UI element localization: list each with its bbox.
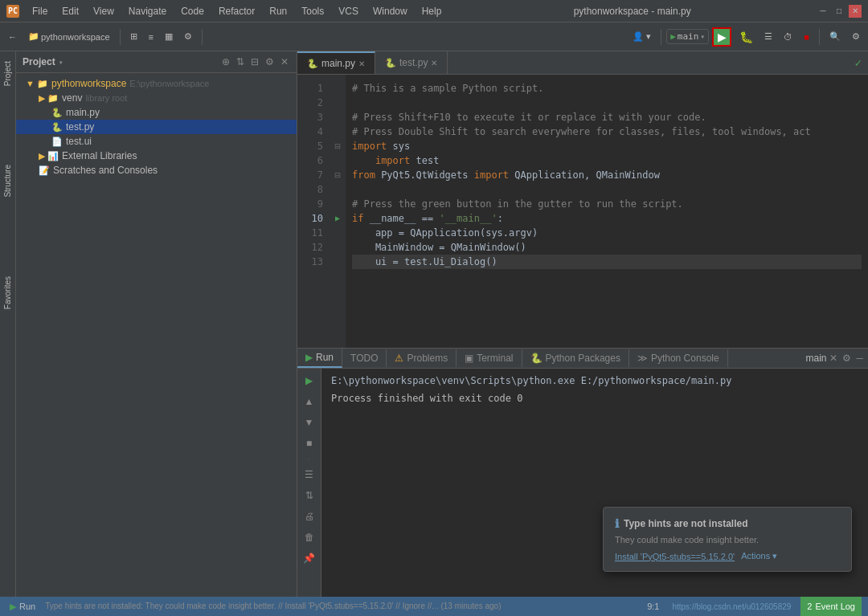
menu-tools[interactable]: Tools	[295, 4, 330, 18]
run-play-button[interactable]: ▶	[712, 27, 731, 47]
tree-venv[interactable]: ▶ 📁 venv library root	[16, 91, 297, 105]
coverage-button[interactable]: ☰	[760, 28, 777, 45]
tab-python-packages[interactable]: 🐍 Python Packages	[522, 349, 629, 367]
tree-test-ui[interactable]: 📄 test.ui	[16, 134, 297, 149]
project-title: Project	[23, 56, 55, 67]
debug-button[interactable]: 🐛	[735, 27, 758, 47]
menu-file[interactable]: File	[26, 4, 54, 18]
gutter-11	[330, 226, 346, 240]
tab-test-py[interactable]: 🐍 test.py ✕	[375, 51, 448, 74]
close-button[interactable]: ✕	[849, 5, 862, 18]
sidebar-tab-project[interactable]: Project	[2, 55, 14, 92]
run-tab-close[interactable]: ✕	[828, 351, 839, 365]
run-filter-btn[interactable]: ☰	[301, 466, 317, 483]
run-icon: ▶	[670, 31, 676, 42]
gutter-7: ⊟	[330, 168, 346, 182]
run-wrap-btn[interactable]: ⇅	[302, 487, 317, 504]
status-url[interactable]: https://blog.csdn.net/u012605829	[669, 597, 794, 616]
stop-button[interactable]: ■	[799, 29, 814, 45]
tab-bar: 🐍 main.py ✕ 🐍 test.py ✕ ✓	[297, 51, 868, 75]
tree-external-libs-label: External Libraries	[62, 150, 137, 161]
project-dropdown-icon[interactable]: ▾	[59, 58, 63, 67]
run-config-dropdown[interactable]: ▾	[700, 32, 705, 41]
settings-button[interactable]: ⚙	[847, 28, 865, 45]
menu-run[interactable]: Run	[263, 4, 293, 18]
actions-dropdown-icon: ▾	[772, 551, 777, 561]
maximize-button[interactable]: □	[833, 5, 845, 18]
bottom-minimize-btn[interactable]: ─	[854, 351, 865, 365]
tree-main-py[interactable]: 🐍 main.py	[16, 105, 297, 120]
event-log[interactable]: 2 Event Log	[800, 597, 862, 616]
status-run-icon[interactable]: ▶ Run	[6, 602, 39, 612]
tab-main-py-close[interactable]: ✕	[358, 59, 365, 68]
menu-code[interactable]: Code	[174, 4, 211, 18]
profile-button[interactable]: ⏱	[779, 29, 797, 45]
run-scroll-down-btn[interactable]: ▼	[301, 414, 317, 431]
menu-vcs[interactable]: VCS	[332, 4, 365, 18]
project-add-icon[interactable]: ⊕	[220, 55, 231, 69]
line-num-3: 3	[297, 110, 330, 124]
fold-5[interactable]: ⊟	[334, 139, 340, 153]
toolbar-project[interactable]: 📁 pythonworkspace	[23, 28, 115, 45]
bottom-settings-btn[interactable]: ⚙	[841, 351, 853, 365]
notification-body: They could make code insight better.	[615, 535, 840, 545]
tab-terminal[interactable]: ▣ Terminal	[457, 349, 522, 367]
search-everywhere[interactable]: 🔍	[825, 28, 845, 45]
menu-refactor[interactable]: Refactor	[212, 4, 261, 18]
toolbar-back[interactable]: ←	[3, 29, 22, 45]
project-collapse-icon[interactable]: ⊟	[249, 55, 260, 69]
fold-7[interactable]: ⊟	[334, 168, 340, 182]
project-hide-icon[interactable]: ✕	[279, 55, 290, 69]
run-pin-btn[interactable]: 📌	[300, 549, 318, 567]
line-num-6: 6	[297, 153, 330, 168]
toolbar-list[interactable]: ≡	[144, 29, 158, 45]
tree-external-libs[interactable]: ▶ 📊 External Libraries	[16, 149, 297, 163]
problems-icon: ⚠	[395, 353, 403, 364]
toolbar-nav[interactable]: ▦	[160, 28, 178, 45]
menu-edit[interactable]: Edit	[55, 4, 85, 18]
minimize-button[interactable]: ─	[817, 5, 829, 18]
menu-help[interactable]: Help	[416, 4, 448, 18]
menu-view[interactable]: View	[87, 4, 121, 18]
line-num-7: 7	[297, 168, 330, 182]
line-num-8: 8	[297, 182, 330, 197]
run-arrow-10[interactable]: ▶	[335, 211, 340, 226]
terminal-icon: ▣	[465, 353, 473, 364]
tree-scratches[interactable]: 📝 Scratches and Consoles	[16, 163, 297, 177]
toolbar-settings-small[interactable]: ⚙	[179, 28, 197, 45]
run-stop-btn[interactable]: ■	[303, 434, 315, 452]
event-log-label: Event Log	[815, 602, 855, 611]
line-num-2: 2	[297, 96, 330, 110]
tab-test-py-close[interactable]: ✕	[431, 59, 437, 67]
tree-root-label: pythonworkspace	[51, 78, 126, 89]
tab-todo[interactable]: TODO	[342, 349, 387, 367]
tab-python-console[interactable]: ≫ Python Console	[629, 349, 728, 367]
run-print-btn[interactable]: 🖨	[301, 508, 317, 525]
run-tab-name: main	[805, 353, 826, 364]
run-clear-btn[interactable]: 🗑	[301, 528, 317, 546]
toolbar-layout[interactable]: ⊞	[125, 28, 142, 45]
run-command: E:\pythonworkspace\venv\Scripts\python.e…	[331, 375, 858, 386]
run-restart-btn[interactable]: ▶	[302, 372, 316, 390]
tab-run[interactable]: ▶ Run	[297, 349, 342, 368]
project-scroll-icon[interactable]: ⇅	[235, 55, 246, 69]
run-scroll-up-btn[interactable]: ▲	[301, 393, 317, 410]
tree-test-py[interactable]: 🐍 test.py	[16, 120, 297, 134]
tree-scratches-label: Scratches and Consoles	[53, 165, 158, 176]
menu-window[interactable]: Window	[366, 4, 414, 18]
project-settings-icon[interactable]: ⚙	[264, 55, 276, 69]
sidebar-tab-structure[interactable]: Structure	[2, 158, 14, 204]
user-icon[interactable]: 👤 ▾	[628, 28, 656, 45]
status-position[interactable]: 9:1	[644, 597, 662, 616]
sidebar-tab-favorites[interactable]: Favorites	[2, 270, 14, 316]
status-run-arrow: ▶	[10, 602, 16, 612]
menu-navigate[interactable]: Navigate	[122, 4, 173, 18]
tree-root[interactable]: ▼ 📁 pythonworkspace E:\pythonworkspace	[16, 76, 297, 91]
notification-install-link[interactable]: Install 'PyQt5-stubs==5.15.2.0'	[615, 552, 735, 561]
tab-main-py[interactable]: 🐍 main.py ✕	[297, 51, 375, 74]
window-controls: ─ □ ✕	[817, 5, 862, 18]
code-content[interactable]: # This is a sample Python script. # Pres…	[346, 75, 868, 348]
root-folder-icon: ▼ 📁	[26, 79, 48, 89]
tab-problems[interactable]: ⚠ Problems	[387, 349, 457, 367]
notification-actions-button[interactable]: Actions ▾	[741, 551, 777, 561]
